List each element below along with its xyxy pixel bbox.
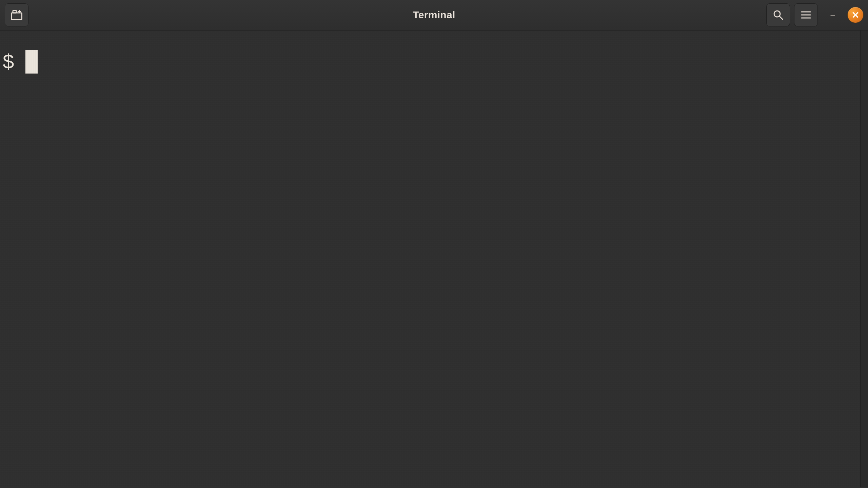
hamburger-menu-button[interactable] <box>794 3 818 26</box>
vertical-scrollbar[interactable] <box>860 30 868 487</box>
text-cursor <box>25 50 38 74</box>
prompt-line: $ <box>2 49 860 75</box>
close-button[interactable] <box>848 7 863 23</box>
headerbar: Terminal – <box>0 0 868 30</box>
headerbar-right-group: – <box>766 3 863 26</box>
search-button[interactable] <box>766 3 790 26</box>
svg-rect-1 <box>13 11 16 13</box>
new-tab-button[interactable] <box>5 3 28 26</box>
window-title: Terminal <box>0 9 868 21</box>
search-icon <box>773 9 784 20</box>
hamburger-icon <box>801 11 811 19</box>
minimize-button[interactable]: – <box>822 4 844 26</box>
svg-rect-0 <box>12 13 22 20</box>
headerbar-left-group <box>5 3 28 26</box>
svg-line-5 <box>780 16 783 19</box>
close-icon <box>852 11 859 19</box>
terminal-viewport[interactable]: $ <box>0 30 860 487</box>
minimize-icon: – <box>830 10 835 21</box>
new-tab-icon <box>11 10 22 20</box>
prompt-symbol: $ <box>2 52 25 72</box>
terminal-container: $ <box>0 30 868 487</box>
